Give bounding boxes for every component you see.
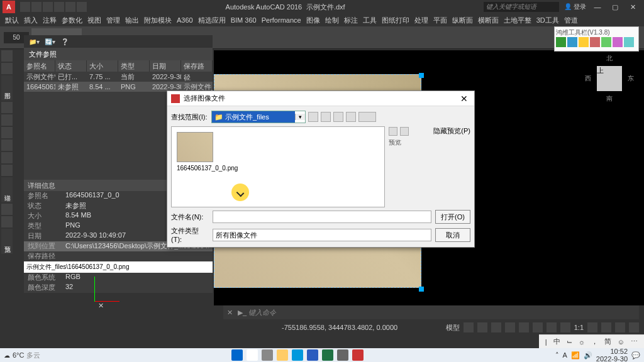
tab[interactable]: 注释 — [42, 16, 58, 25]
tab[interactable]: 图纸打印 — [380, 16, 411, 25]
ime-lang[interactable]: 中 — [553, 337, 560, 346]
panel-tab-drawing[interactable]: 图形 — [1, 75, 13, 101]
col-header[interactable]: 类型 — [118, 60, 150, 72]
ime-punct[interactable]: ， — [591, 337, 598, 346]
filetype-combo[interactable]: 所有图像文件 — [213, 229, 431, 241]
help-search-input[interactable]: 键入关键字或短语 — [484, 2, 559, 12]
tab[interactable]: 参数化 — [60, 16, 84, 25]
plugin-icon[interactable] — [590, 37, 600, 47]
minimize-button[interactable]: — — [591, 3, 604, 11]
col-header[interactable]: 保存路径 — [181, 60, 213, 72]
quick-access-toolbar[interactable] — [20, 2, 87, 12]
ortho-icon[interactable] — [491, 322, 501, 332]
tab[interactable]: 工具 — [362, 16, 378, 25]
osnap-icon[interactable] — [519, 322, 529, 332]
lweight-icon[interactable] — [547, 322, 557, 332]
anno-scale[interactable]: 1:1 — [574, 324, 584, 331]
preview-icon[interactable] — [389, 127, 397, 136]
tool-icon[interactable] — [1, 114, 13, 126]
search-icon[interactable] — [333, 112, 343, 122]
tool-icon[interactable] — [1, 140, 13, 151]
panel-tab-details[interactable]: 详细 — [1, 177, 13, 202]
filename-input[interactable] — [213, 211, 431, 223]
tab[interactable]: 3D工具 — [535, 16, 560, 25]
tab[interactable]: 附加模块 — [143, 16, 173, 25]
qat-icon[interactable] — [20, 2, 30, 12]
tab[interactable]: 插入 — [23, 16, 39, 25]
command-line[interactable]: ✕ ▶_ 键入命令 — [223, 305, 639, 319]
open-button[interactable]: 打开(O) — [435, 210, 470, 224]
qat-icon[interactable] — [43, 2, 53, 12]
chevron-down-icon[interactable]: ▾ — [295, 114, 305, 120]
plugin-icon[interactable] — [613, 37, 623, 47]
start-button[interactable] — [231, 349, 243, 361]
tab-close-icon[interactable]: ✕ — [96, 302, 106, 310]
autocad-icon[interactable] — [352, 349, 364, 361]
info-icon[interactable] — [400, 127, 409, 136]
tool-icon[interactable] — [1, 50, 13, 62]
grip-handle[interactable] — [419, 73, 424, 78]
chevron-up-icon[interactable]: ˄ — [555, 351, 559, 359]
wifi-icon[interactable]: 📶 — [571, 351, 580, 359]
clean-icon[interactable] — [615, 322, 625, 332]
tab[interactable]: 处理 — [413, 16, 430, 25]
weather-widget[interactable]: ☁ 6°C 多云 — [4, 351, 40, 360]
ime-emoji-icon[interactable]: ☺ — [618, 338, 625, 346]
viewcube-top[interactable]: 上 — [597, 66, 622, 91]
plugin-icon[interactable] — [624, 37, 634, 47]
ime-shape[interactable]: ⌙ — [567, 337, 572, 346]
tool-icon[interactable] — [1, 165, 13, 176]
tab[interactable]: 输出 — [124, 16, 140, 25]
col-header[interactable]: 参照名 — [24, 60, 55, 72]
back-icon[interactable] — [308, 112, 318, 122]
iso-icon[interactable] — [601, 322, 611, 332]
snap-icon[interactable] — [477, 322, 487, 332]
tab[interactable]: 平面 — [432, 16, 448, 25]
plugin-icon[interactable] — [601, 37, 611, 47]
file-thumbnail[interactable]: 1664506137_0_0.png — [177, 132, 214, 172]
tab[interactable]: 默认 — [4, 16, 20, 25]
col-header[interactable]: 状态 — [55, 60, 87, 72]
tab[interactable]: 视图 — [86, 16, 103, 25]
tab[interactable]: BIM 360 — [230, 16, 258, 24]
tab[interactable]: 绘制 — [324, 16, 340, 25]
otrack-icon[interactable] — [533, 322, 543, 332]
clock-date[interactable]: 2022-9-30 — [596, 355, 628, 362]
word-icon[interactable] — [307, 349, 318, 361]
views-icon[interactable] — [358, 112, 376, 122]
lookin-combo[interactable]: 📁 示例文件_files ▾ — [211, 111, 306, 123]
palette-toolbar[interactable]: 📁▾ 🔄▾ ❔ — [24, 35, 213, 48]
tab[interactable]: 横断面 — [477, 16, 500, 25]
plugin-icon[interactable] — [556, 37, 566, 47]
status-mode[interactable]: 模型 — [446, 323, 460, 332]
tool-icon[interactable] — [1, 127, 13, 138]
tab[interactable]: 纵断面 — [451, 16, 474, 25]
dialog-close-button[interactable]: ✕ — [458, 94, 470, 104]
ime-tray-icon[interactable]: A — [563, 351, 567, 359]
system-tray[interactable]: ˄ A 📶 🔊 10:52 2022-9-30 💬 — [555, 348, 641, 362]
file-list[interactable]: 1664506137_0_0.png — [171, 126, 385, 207]
panel-tab-preview[interactable]: 预览 — [1, 229, 13, 254]
tab[interactable]: 土地平整 — [502, 16, 533, 25]
tab[interactable]: 图像 — [305, 16, 321, 25]
custom-icon[interactable] — [629, 322, 639, 332]
ucs-icon[interactable] — [94, 264, 132, 302]
signin-button[interactable]: 👤 登录 — [564, 3, 586, 11]
cancel-button[interactable]: 取消 — [435, 228, 470, 242]
plugin-icon[interactable] — [579, 37, 589, 47]
edge-icon[interactable] — [292, 349, 303, 361]
tool-icon[interactable] — [1, 216, 13, 228]
tab[interactable]: A360 — [175, 16, 194, 24]
app-logo[interactable]: A — [3, 1, 15, 13]
viewcube[interactable]: 北 南 东 西 上 — [587, 57, 631, 101]
search-icon[interactable] — [247, 349, 258, 361]
tab[interactable]: 管理 — [105, 16, 121, 25]
col-header[interactable]: 大小 — [87, 60, 118, 72]
transp-icon[interactable] — [560, 322, 570, 332]
tool-icon[interactable] — [1, 102, 13, 113]
tool-icon[interactable] — [1, 63, 13, 74]
close-button[interactable]: ✕ — [626, 3, 639, 11]
close-icon[interactable]: ✕ — [227, 309, 233, 317]
plugin-toolbar[interactable]: 鸿维工具栏(V1.3.8) — [554, 26, 639, 52]
col-header[interactable]: 日期 — [150, 60, 181, 72]
